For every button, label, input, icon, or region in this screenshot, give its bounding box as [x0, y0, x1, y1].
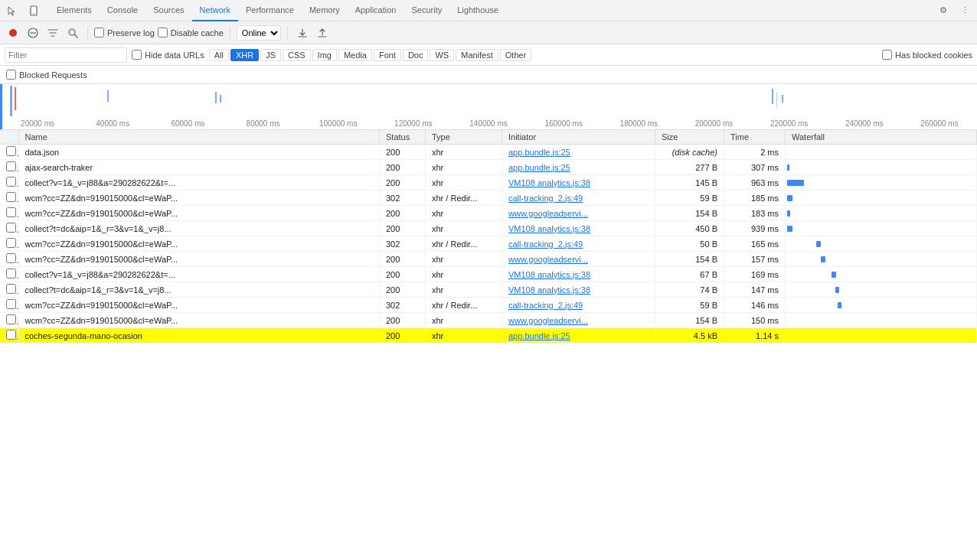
row-initiator[interactable]: call-tracking_2.js:49 — [502, 236, 655, 252]
row-initiator[interactable]: call-tracking_2.js:49 — [502, 298, 655, 313]
preserve-log-label[interactable]: Preserve log — [94, 28, 155, 37]
row-initiator[interactable]: www.googleadservi... — [502, 252, 655, 267]
row-type: xhr — [426, 145, 502, 160]
tab-console[interactable]: Console — [100, 0, 145, 21]
tab-memory[interactable]: Memory — [302, 0, 348, 21]
tab-sources[interactable]: Sources — [145, 0, 191, 21]
table-row[interactable]: wcm?cc=ZZ&dn=919015000&cl=eWaP...200xhrw… — [0, 206, 977, 221]
tab-performance[interactable]: Performance — [238, 0, 302, 21]
has-blocked-cookies-label[interactable]: Has blocked cookies — [882, 50, 972, 60]
row-checkbox[interactable] — [6, 314, 16, 324]
toolbar-separator-3 — [287, 27, 288, 39]
row-name: collect?t=dc&aip=1&_r=3&v=1&_v=j8... — [18, 282, 380, 298]
filter-type-js[interactable]: JS — [260, 49, 281, 61]
row-checkbox[interactable] — [6, 207, 16, 217]
tab-lighthouse[interactable]: Lighthouse — [449, 0, 506, 21]
hide-data-urls-checkbox[interactable] — [132, 50, 142, 60]
row-initiator[interactable]: VM108 analytics.js:38 — [502, 267, 655, 282]
header-size[interactable]: Size — [655, 130, 724, 145]
filter-type-media[interactable]: Media — [338, 49, 372, 61]
table-row[interactable]: collect?t=dc&aip=1&_r=3&v=1&_v=j8...200x… — [0, 221, 977, 236]
row-initiator[interactable]: app.bundle.js:25 — [502, 328, 655, 343]
timeline-label: 40000 ms — [75, 119, 150, 128]
filter-type-font[interactable]: Font — [374, 49, 401, 61]
filter-type-doc[interactable]: Doc — [403, 49, 429, 61]
filter-type-all[interactable]: All — [209, 49, 229, 61]
row-initiator[interactable]: app.bundle.js:25 — [502, 160, 655, 175]
row-checkbox[interactable] — [6, 269, 16, 278]
row-checkbox[interactable] — [6, 177, 16, 187]
header-time[interactable]: Time — [724, 130, 786, 145]
table-row[interactable]: wcm?cc=ZZ&dn=919015000&cl=eWaP...302xhr … — [0, 298, 977, 313]
import-icon[interactable] — [294, 24, 311, 41]
row-checkbox[interactable] — [6, 253, 16, 263]
table-row[interactable]: wcm?cc=ZZ&dn=919015000&cl=eWaP...200xhrw… — [0, 252, 977, 267]
has-blocked-cookies-checkbox[interactable] — [882, 50, 892, 60]
disable-cache-label[interactable]: Disable cache — [158, 28, 224, 37]
tab-network[interactable]: Network — [192, 0, 238, 21]
tab-application[interactable]: Application — [348, 0, 404, 21]
row-checkbox[interactable] — [6, 223, 16, 233]
hide-data-urls-label[interactable]: Hide data URLs — [132, 50, 204, 60]
record-button[interactable] — [5, 24, 21, 41]
cursor-icon[interactable] — [3, 2, 21, 20]
row-initiator[interactable]: VM108 analytics.js:38 — [502, 221, 655, 236]
tab-elements[interactable]: Elements — [49, 0, 100, 21]
row-initiator[interactable]: www.googleadservi... — [502, 313, 655, 328]
row-checkbox[interactable] — [6, 146, 16, 156]
filter-type-img[interactable]: Img — [312, 49, 337, 61]
svg-line-6 — [74, 34, 77, 37]
row-checkbox-cell — [0, 298, 18, 313]
filter-type-xhr[interactable]: XHR — [230, 49, 259, 61]
row-checkbox[interactable] — [6, 330, 16, 340]
network-table-container[interactable]: Name Status Type Initiator Size Time Wat… — [0, 130, 977, 560]
settings-icon[interactable]: ⚙ — [934, 2, 952, 20]
row-initiator[interactable]: call-tracking_2.js:49 — [502, 190, 655, 206]
table-row[interactable]: collect?t=dc&aip=1&_r=3&v=1&_v=j8...200x… — [0, 282, 977, 298]
filter-type-manifest[interactable]: Manifest — [456, 49, 498, 61]
table-row[interactable]: collect?v=1&_v=j88&a=290282622&t=...200x… — [0, 267, 977, 282]
clear-button[interactable] — [25, 24, 41, 41]
filter-type-css[interactable]: CSS — [283, 49, 311, 61]
header-waterfall[interactable]: Waterfall — [786, 130, 977, 145]
table-row[interactable]: wcm?cc=ZZ&dn=919015000&cl=eWaP...302xhr … — [0, 190, 977, 206]
row-checkbox[interactable] — [6, 284, 16, 294]
table-row[interactable]: wcm?cc=ZZ&dn=919015000&cl=eWaP...200xhrw… — [0, 313, 977, 328]
header-initiator[interactable]: Initiator — [502, 130, 655, 145]
filter-input[interactable] — [5, 47, 127, 63]
row-initiator[interactable]: VM108 analytics.js:38 — [502, 175, 655, 190]
table-row[interactable]: coches-segunda-mano-ocasion200xhrapp.bun… — [0, 328, 977, 343]
row-checkbox[interactable] — [6, 161, 16, 171]
export-icon[interactable] — [314, 24, 331, 41]
row-checkbox[interactable] — [6, 299, 16, 309]
more-icon[interactable]: ⋮ — [956, 2, 974, 20]
search-icon[interactable] — [64, 24, 81, 41]
table-row[interactable]: collect?v=1&_v=j88&a=290282622&t=...200x… — [0, 175, 977, 190]
row-name: ajax-search-traker — [18, 160, 380, 175]
header-status[interactable]: Status — [380, 130, 426, 145]
waterfall-bar — [832, 272, 836, 278]
filter-type-other[interactable]: Other — [500, 49, 532, 61]
row-checkbox[interactable] — [6, 238, 16, 248]
table-row[interactable]: data.json200xhrapp.bundle.js:25(disk cac… — [0, 145, 977, 160]
preserve-log-checkbox[interactable] — [94, 28, 104, 37]
row-checkbox-cell — [0, 267, 18, 282]
table-row[interactable]: wcm?cc=ZZ&dn=919015000&cl=eWaP...302xhr … — [0, 236, 977, 252]
filter-type-ws[interactable]: WS — [430, 49, 454, 61]
header-type[interactable]: Type — [426, 130, 502, 145]
row-initiator[interactable]: app.bundle.js:25 — [502, 145, 655, 160]
throttle-select[interactable]: Online — [237, 25, 281, 41]
row-initiator[interactable]: VM108 analytics.js:38 — [502, 282, 655, 298]
row-checkbox[interactable] — [6, 192, 16, 202]
tab-security[interactable]: Security — [404, 0, 449, 21]
waterfall-bar — [787, 195, 792, 201]
mobile-icon[interactable] — [25, 2, 43, 20]
blocked-requests-checkbox[interactable] — [6, 70, 16, 80]
filter-icon[interactable] — [44, 24, 61, 41]
disable-cache-checkbox[interactable] — [158, 28, 168, 37]
table-row[interactable]: ajax-search-traker200xhrapp.bundle.js:25… — [0, 160, 977, 175]
blocked-requests-label[interactable]: Blocked Requests — [6, 70, 87, 80]
row-initiator[interactable]: www.googleadservi... — [502, 206, 655, 221]
header-name[interactable]: Name — [18, 130, 380, 145]
row-name: wcm?cc=ZZ&dn=919015000&cl=eWaP... — [18, 313, 380, 328]
